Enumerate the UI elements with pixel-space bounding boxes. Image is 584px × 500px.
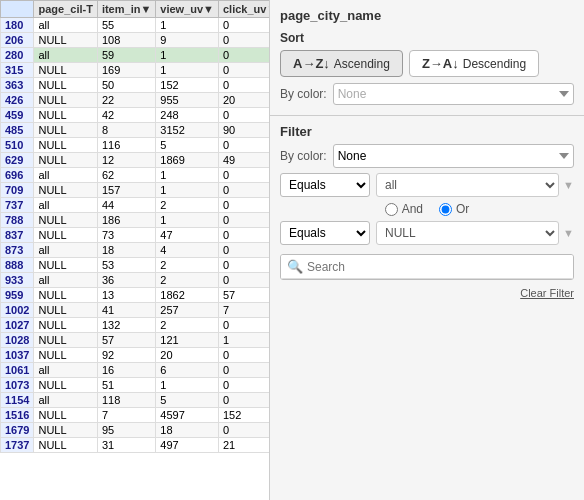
radio-or[interactable] — [439, 203, 452, 216]
filter-equals-row1: Equals all ▼ — [280, 173, 574, 197]
table-row[interactable]: 1073 NULL 51 1 0 — [1, 378, 271, 393]
table-row[interactable]: 280 all 59 1 0 — [1, 48, 271, 63]
sort-section: Sort A→Z↓ Ascending Z→A↓ Descending By c… — [270, 27, 584, 111]
filter-sort-panel: page_city_name Sort A→Z↓ Ascending Z→A↓ … — [270, 0, 584, 500]
table-row[interactable]: 737 all 44 2 0 — [1, 198, 271, 213]
table-row[interactable]: 1037 NULL 92 20 0 — [1, 348, 271, 363]
table-row[interactable]: 709 NULL 157 1 0 — [1, 183, 271, 198]
cell-page: all — [34, 393, 97, 408]
col-item[interactable]: item_in▼ — [97, 1, 155, 18]
cell-view: 152 — [156, 78, 219, 93]
table-row[interactable]: 315 NULL 169 1 0 — [1, 63, 271, 78]
radio-and-label[interactable]: And — [385, 202, 423, 216]
descending-button[interactable]: Z→A↓ Descending — [409, 50, 539, 77]
cell-click: 0 — [219, 423, 271, 438]
cell-item: 157 — [97, 183, 155, 198]
table-row[interactable]: 1154 all 118 5 0 — [1, 393, 271, 408]
filter-equals-select2[interactable]: Equals — [280, 221, 370, 245]
col-view[interactable]: view_uv▼ — [156, 1, 219, 18]
cell-page: all — [34, 243, 97, 258]
table-row[interactable]: 788 NULL 186 1 0 — [1, 213, 271, 228]
filter-value-select2[interactable]: NULL — [376, 221, 559, 245]
cell-click: 0 — [219, 258, 271, 273]
data-table: page_cil-T item_in▼ view_uv▼ click_uv▼ 1… — [0, 0, 270, 500]
cell-page: all — [34, 168, 97, 183]
az-icon: A→Z↓ — [293, 56, 330, 71]
ascending-button[interactable]: A→Z↓ Ascending — [280, 50, 403, 77]
table-row[interactable]: 1679 NULL 95 18 0 — [1, 423, 271, 438]
table-row[interactable]: 1002 NULL 41 257 7 — [1, 303, 271, 318]
cell-id: 1679 — [1, 423, 34, 438]
cell-item: 22 — [97, 93, 155, 108]
radio-or-label[interactable]: Or — [439, 202, 469, 216]
cell-page: NULL — [34, 318, 97, 333]
table-row[interactable]: 1737 NULL 31 497 21 — [1, 438, 271, 453]
clear-filter-row: Clear Filter — [270, 284, 584, 303]
cell-page: NULL — [34, 258, 97, 273]
cell-item: 13 — [97, 288, 155, 303]
cell-click: 0 — [219, 243, 271, 258]
cell-page: NULL — [34, 153, 97, 168]
table-row[interactable]: 1027 NULL 132 2 0 — [1, 318, 271, 333]
radio-and[interactable] — [385, 203, 398, 216]
table-row[interactable]: 206 NULL 108 9 0 — [1, 33, 271, 48]
cell-id: 1028 — [1, 333, 34, 348]
table-row[interactable]: 363 NULL 50 152 0 — [1, 78, 271, 93]
cell-page: NULL — [34, 228, 97, 243]
table-row[interactable]: 888 NULL 53 2 0 — [1, 258, 271, 273]
table-row[interactable]: 180 all 55 1 0 — [1, 18, 271, 33]
cell-view: 5 — [156, 393, 219, 408]
col-page[interactable]: page_cil-T — [34, 1, 97, 18]
sort-by-color-label: By color: — [280, 87, 327, 101]
search-input[interactable] — [307, 260, 567, 274]
table-row[interactable]: 459 NULL 42 248 0 — [1, 108, 271, 123]
cell-item: 92 — [97, 348, 155, 363]
table-row[interactable]: 873 all 18 4 0 — [1, 243, 271, 258]
filter-by-color-row: By color: None — [280, 144, 574, 168]
table-row[interactable]: 510 NULL 116 5 0 — [1, 138, 271, 153]
cell-id: 1037 — [1, 348, 34, 363]
cell-page: NULL — [34, 108, 97, 123]
table-row[interactable]: 1516 NULL 7 4597 152 — [1, 408, 271, 423]
sort-by-color-select[interactable]: None — [333, 83, 574, 105]
filter-by-color-select[interactable]: None — [333, 144, 574, 168]
cell-click: 1 — [219, 333, 271, 348]
table-row[interactable]: 426 NULL 22 955 20 — [1, 93, 271, 108]
divider — [270, 115, 584, 116]
clear-filter-button[interactable]: Clear Filter — [520, 287, 574, 299]
cell-view: 1 — [156, 63, 219, 78]
table-row[interactable]: 933 all 36 2 0 — [1, 273, 271, 288]
cell-item: 55 — [97, 18, 155, 33]
table-row[interactable]: 696 all 62 1 0 — [1, 168, 271, 183]
cell-item: 95 — [97, 423, 155, 438]
table-row[interactable]: 837 NULL 73 47 0 — [1, 228, 271, 243]
col-id — [1, 1, 34, 18]
cell-item: 18 — [97, 243, 155, 258]
table-row[interactable]: 959 NULL 13 1862 57 — [1, 288, 271, 303]
cell-item: 50 — [97, 78, 155, 93]
cell-click: 0 — [219, 138, 271, 153]
filter-value-select1[interactable]: all — [376, 173, 559, 197]
cell-item: 118 — [97, 393, 155, 408]
filter-equals-select1[interactable]: Equals — [280, 173, 370, 197]
cell-id: 737 — [1, 198, 34, 213]
cell-click: 0 — [219, 213, 271, 228]
cell-page: NULL — [34, 213, 97, 228]
value-select1-arrow: ▼ — [563, 179, 574, 191]
cell-item: 51 — [97, 378, 155, 393]
col-click[interactable]: click_uv▼ — [219, 1, 271, 18]
cell-page: NULL — [34, 183, 97, 198]
cell-id: 1027 — [1, 318, 34, 333]
filter-radio-row: And Or — [280, 202, 574, 216]
table-row[interactable]: 629 NULL 12 1869 49 — [1, 153, 271, 168]
table-row[interactable]: 485 NULL 8 3152 90 — [1, 123, 271, 138]
table-row[interactable]: 1028 NULL 57 121 1 — [1, 333, 271, 348]
cell-click: 21 — [219, 438, 271, 453]
cell-page: NULL — [34, 123, 97, 138]
cell-view: 1862 — [156, 288, 219, 303]
cell-page: all — [34, 18, 97, 33]
cell-id: 873 — [1, 243, 34, 258]
cell-click: 57 — [219, 288, 271, 303]
cell-item: 31 — [97, 438, 155, 453]
table-row[interactable]: 1061 all 16 6 0 — [1, 363, 271, 378]
